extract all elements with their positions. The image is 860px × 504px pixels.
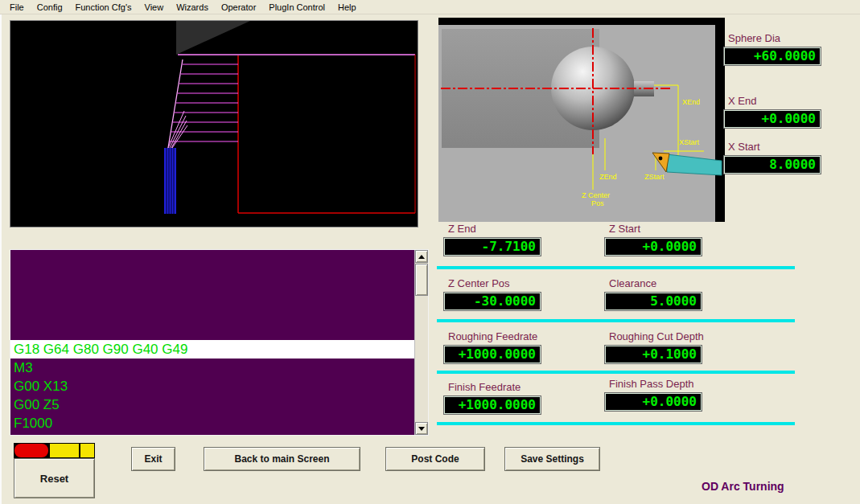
z-center-pos-display[interactable]: -30.0000 [444, 293, 541, 310]
reset-led-yellow-segment [50, 444, 80, 457]
scroll-down-button[interactable] [415, 422, 428, 435]
field-roughing-feedrate: Roughing Feedrate +1000.0000 [444, 330, 541, 363]
reset-led-red-segment [14, 444, 48, 457]
save-settings-button[interactable]: Save Settings [504, 447, 600, 471]
z-center-pos-label: Z Center Pos [444, 277, 541, 289]
roughing-cut-depth-label: Roughing Cut Depth [605, 330, 702, 342]
diagram-label-z-start: ZStart [644, 173, 665, 181]
field-clearance: Clearance 5.0000 [605, 277, 702, 310]
separator-bar [437, 422, 795, 425]
field-finish-pass-depth: Finish Pass Depth +0.0000 [605, 378, 702, 411]
gcode-lines: G18 G64 G80 G90 G40 G49 M3 G00 X13 G00 Z… [10, 250, 414, 435]
back-to-main-button[interactable]: Back to main Screen [204, 447, 360, 471]
toolpath-preview-panel [10, 20, 418, 227]
roughing-feedrate-label: Roughing Feedrate [444, 330, 541, 342]
gcode-current-line: G18 G64 G80 G90 G40 G49 [10, 340, 414, 359]
roughing-cut-depth-display[interactable]: +0.1000 [605, 346, 702, 363]
x-start-display[interactable]: 8.0000 [724, 156, 821, 174]
field-roughing-cut-depth: Roughing Cut Depth +0.1000 [605, 330, 702, 363]
reset-led-bar [14, 443, 95, 458]
menu-file[interactable]: File [3, 1, 31, 14]
finish-feedrate-display[interactable]: +1000.0000 [444, 396, 541, 414]
z-start-display[interactable]: +0.0000 [605, 238, 702, 256]
gcode-line: M3 [10, 359, 414, 377]
diagram-graphic: XEnd XStart ZEnd ZStart Z Center Pos [438, 18, 725, 222]
menu-bar: File Config Function Cfg's View Wizards … [0, 0, 860, 14]
field-finish-feedrate: Finish Feedrate +1000.0000 [444, 381, 541, 414]
menu-function-cfgs[interactable]: Function Cfg's [69, 1, 138, 14]
gcode-line: G00 Z5 [10, 395, 414, 414]
page-title: OD Arc Turning [702, 480, 784, 493]
exit-button[interactable]: Exit [131, 447, 175, 471]
sphere-dia-display[interactable]: +60.0000 [724, 47, 821, 65]
z-end-label: Z End [444, 223, 541, 235]
gcode-line: G00 X13 [10, 377, 414, 395]
roughing-feedrate-display[interactable]: +1000.0000 [444, 346, 541, 363]
field-z-start: Z Start +0.0000 [605, 223, 702, 256]
field-z-end: Z End -7.7100 [444, 223, 541, 256]
z-start-label: Z Start [605, 223, 702, 235]
finish-feedrate-label: Finish Feedrate [444, 381, 541, 393]
diagram-label-x-end: XEnd [682, 98, 700, 106]
arc-diagram-panel: XEnd XStart ZEnd ZStart Z Center Pos [438, 18, 725, 222]
arrow-up-icon [418, 255, 425, 259]
clearance-label: Clearance [605, 277, 702, 289]
x-end-label: X End [724, 95, 821, 107]
scrollbar-track[interactable] [415, 263, 428, 422]
gcode-line: F1000 [10, 414, 414, 432]
post-code-button[interactable]: Post Code [385, 447, 485, 471]
reset-led-yellow-segment [80, 444, 94, 457]
z-end-display[interactable]: -7.7100 [444, 238, 541, 256]
separator-bar [437, 319, 795, 322]
tool-tip-dot [659, 157, 663, 161]
scroll-up-button[interactable] [415, 250, 428, 263]
menu-wizards[interactable]: Wizards [170, 1, 215, 14]
clearance-display[interactable]: 5.0000 [605, 293, 702, 310]
x-end-display[interactable]: +0.0000 [724, 110, 821, 128]
reset-button[interactable]: Reset [14, 458, 95, 498]
menu-config[interactable]: Config [31, 1, 69, 14]
menu-help[interactable]: Help [331, 1, 363, 14]
x-start-label: X Start [724, 141, 821, 153]
menu-operator[interactable]: Operator [215, 1, 262, 14]
field-sphere-dia: Sphere Dia +60.0000 [724, 32, 821, 65]
field-x-end: X End +0.0000 [724, 95, 821, 128]
scrollbar-thumb[interactable] [415, 264, 428, 296]
menu-view[interactable]: View [138, 1, 171, 14]
gcode-window: G18 G64 G80 G90 G40 G49 M3 G00 X13 G00 Z… [10, 249, 429, 436]
toolpath-graphic [10, 21, 418, 227]
diagram-label-x-start: XStart [679, 138, 700, 146]
field-x-start: X Start 8.0000 [724, 141, 821, 174]
separator-bar [437, 266, 795, 269]
diagram-label-z-center-2: Pos [591, 199, 604, 207]
sphere-dia-label: Sphere Dia [724, 32, 821, 44]
arrow-down-icon [418, 427, 425, 431]
finish-pass-depth-display[interactable]: +0.0000 [605, 393, 702, 411]
diagram-label-z-end: ZEnd [599, 173, 617, 181]
gcode-scrollbar[interactable] [414, 250, 428, 435]
gcode-empty-area [10, 250, 414, 340]
separator-bar [437, 371, 795, 374]
diagram-label-z-center-1: Z Center [582, 191, 610, 199]
menu-plugin-control[interactable]: PlugIn Control [262, 1, 331, 14]
finish-pass-depth-label: Finish Pass Depth [605, 378, 702, 390]
field-z-center-pos: Z Center Pos -30.0000 [444, 277, 541, 310]
od-arc-turning-wizard: File Config Function Cfg's View Wizards … [0, 0, 860, 504]
